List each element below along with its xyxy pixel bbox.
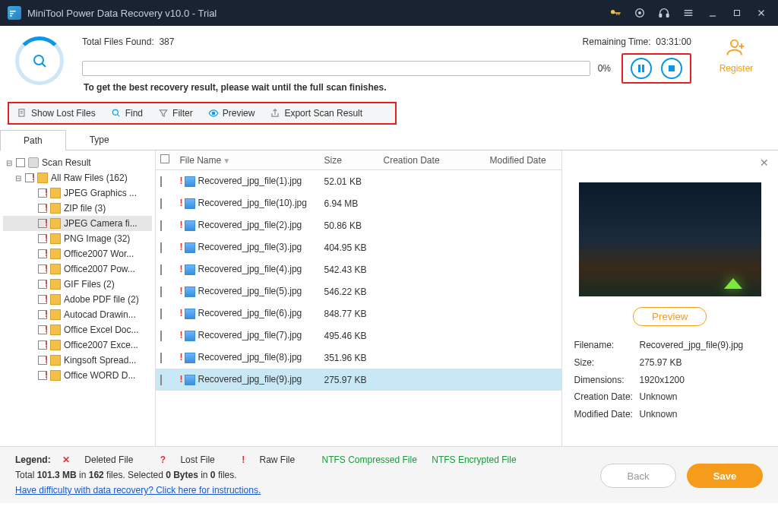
window-title: MiniTool Power Data Recovery v10.0 - Tri… xyxy=(27,8,217,19)
preview-dimensions: 1920x1200 xyxy=(640,372,685,389)
show-lost-files-button[interactable]: Show Lost Files xyxy=(17,108,96,119)
row-checkbox[interactable] xyxy=(160,331,162,341)
svg-rect-19 xyxy=(19,109,24,116)
row-checkbox[interactable] xyxy=(160,264,162,275)
register-button[interactable]: Register xyxy=(710,36,763,74)
scan-tip: To get the best recovery result, please … xyxy=(0,82,778,93)
filter-button[interactable]: Filter xyxy=(158,108,193,119)
raw-file-icon: ! xyxy=(180,308,183,318)
table-row[interactable]: !Recovered_jpg_file(8).jpg351.96 KB xyxy=(156,347,561,369)
raw-file-icon: ! xyxy=(180,176,183,186)
raw-file-icon: ! xyxy=(180,264,183,274)
find-button[interactable]: Find xyxy=(111,108,143,119)
tree-item[interactable]: Adobe PDF file (2) xyxy=(3,292,152,307)
raw-file-icon: ! xyxy=(180,220,183,230)
raw-file-icon: ! xyxy=(180,330,183,340)
column-modified-date[interactable]: Modified Date xyxy=(485,155,561,166)
export-scan-button[interactable]: Export Scan Result xyxy=(270,108,362,119)
table-row[interactable]: !Recovered_jpg_file(1).jpg52.01 KB xyxy=(156,170,561,192)
svg-rect-15 xyxy=(669,65,675,71)
maximize-icon[interactable] xyxy=(728,4,746,22)
row-checkbox[interactable] xyxy=(160,309,162,319)
file-type-icon xyxy=(185,331,195,341)
table-row[interactable]: !Recovered_jpg_file(7).jpg495.46 KB xyxy=(156,325,561,347)
register-label: Register xyxy=(710,63,763,74)
file-type-icon xyxy=(185,375,195,385)
raw-file-icon: ! xyxy=(180,242,183,252)
tab-path[interactable]: Path xyxy=(0,130,66,150)
save-button[interactable]: Save xyxy=(687,464,763,488)
row-checkbox[interactable] xyxy=(160,353,162,363)
tab-type[interactable]: Type xyxy=(66,129,133,150)
svg-line-12 xyxy=(43,64,46,68)
svg-rect-8 xyxy=(735,11,740,16)
table-row[interactable]: !Recovered_jpg_file(10).jpg6.94 MB xyxy=(156,192,561,214)
tree-root[interactable]: ⊟Scan Result xyxy=(3,155,152,170)
key-icon[interactable] xyxy=(606,4,625,22)
tree-item[interactable]: ⊟All Raw Files (162) xyxy=(3,170,152,185)
preview-size: 275.97 KB xyxy=(640,354,682,372)
file-type-icon xyxy=(185,198,195,209)
column-size[interactable]: Size xyxy=(320,155,379,166)
headphones-icon[interactable] xyxy=(655,4,673,22)
raw-file-icon: ! xyxy=(180,352,183,363)
raw-file-icon: ! xyxy=(180,198,183,208)
tree-tabs: Path Type xyxy=(0,129,778,150)
folder-tree[interactable]: ⊟Scan Result ⊟All Raw Files (162) JPEG G… xyxy=(0,150,156,446)
tree-item[interactable]: Office Excel Doc... xyxy=(3,322,152,337)
tree-item[interactable]: JPEG Camera fi... xyxy=(3,216,152,231)
table-row[interactable]: !Recovered_jpg_file(9).jpg275.97 KB xyxy=(156,369,561,391)
preview-cdate: Unknown xyxy=(640,388,678,406)
close-preview-icon[interactable]: ✕ xyxy=(760,157,769,169)
column-creation-date[interactable]: Creation Date xyxy=(379,155,485,166)
register-icon xyxy=(710,36,763,63)
tree-item[interactable]: Office WORD D... xyxy=(3,368,152,383)
menu-icon[interactable] xyxy=(679,4,697,22)
raw-file-icon: ! xyxy=(180,286,183,296)
tree-item[interactable]: PNG Image (32) xyxy=(3,231,152,246)
total-files-label: Total Files Found: 387 xyxy=(82,36,174,47)
back-button[interactable]: Back xyxy=(600,464,676,488)
progress-bar xyxy=(82,61,590,76)
stop-button[interactable] xyxy=(661,58,682,79)
column-name[interactable]: File Name▼ xyxy=(176,155,320,166)
table-row[interactable]: !Recovered_jpg_file(3).jpg404.95 KB xyxy=(156,236,561,258)
svg-rect-5 xyxy=(685,12,693,13)
row-checkbox[interactable] xyxy=(160,375,162,385)
table-row[interactable]: !Recovered_jpg_file(2).jpg50.86 KB xyxy=(156,214,561,236)
svg-point-11 xyxy=(34,55,43,65)
file-type-icon xyxy=(185,176,195,187)
row-checkbox[interactable] xyxy=(160,198,162,209)
select-all-checkbox[interactable] xyxy=(160,154,169,163)
tree-item[interactable]: JPEG Graphics ... xyxy=(3,185,152,201)
table-row[interactable]: !Recovered_jpg_file(5).jpg546.22 KB xyxy=(156,280,561,302)
preview-panel: ✕ Preview Filename:Recovered_jpg_file(9)… xyxy=(561,150,778,446)
tree-item[interactable]: Office2007 Exce... xyxy=(3,337,152,353)
app-logo-icon xyxy=(8,6,21,20)
minimize-icon[interactable] xyxy=(704,4,722,22)
tree-item[interactable]: Office2007 Wor... xyxy=(3,246,152,261)
tree-item[interactable]: Office2007 Pow... xyxy=(3,261,152,277)
file-list-header: File Name▼ Size Creation Date Modified D… xyxy=(156,150,561,170)
row-checkbox[interactable] xyxy=(160,220,162,231)
tree-item[interactable]: Kingsoft Spread... xyxy=(3,353,152,368)
tree-item[interactable]: Autocad Drawin... xyxy=(3,307,152,322)
row-checkbox[interactable] xyxy=(160,242,162,253)
file-type-icon xyxy=(185,287,195,297)
svg-rect-14 xyxy=(642,65,644,72)
pause-button[interactable] xyxy=(631,58,652,79)
tree-item[interactable]: GIF Files (2) xyxy=(3,277,152,292)
row-checkbox[interactable] xyxy=(160,176,162,187)
table-row[interactable]: !Recovered_jpg_file(6).jpg848.77 KB xyxy=(156,302,561,325)
preview-thumbnail xyxy=(579,182,761,296)
tree-item[interactable]: ZIP file (3) xyxy=(3,201,152,216)
table-row[interactable]: !Recovered_jpg_file(4).jpg542.43 KB xyxy=(156,258,561,280)
row-checkbox[interactable] xyxy=(160,287,162,297)
file-list: File Name▼ Size Creation Date Modified D… xyxy=(156,150,561,446)
file-type-icon xyxy=(185,220,195,231)
open-preview-button[interactable]: Preview xyxy=(633,307,707,326)
disc-icon[interactable] xyxy=(631,4,649,22)
close-icon[interactable] xyxy=(752,4,770,22)
preview-button[interactable]: Preview xyxy=(208,108,255,119)
svg-point-24 xyxy=(212,112,215,115)
